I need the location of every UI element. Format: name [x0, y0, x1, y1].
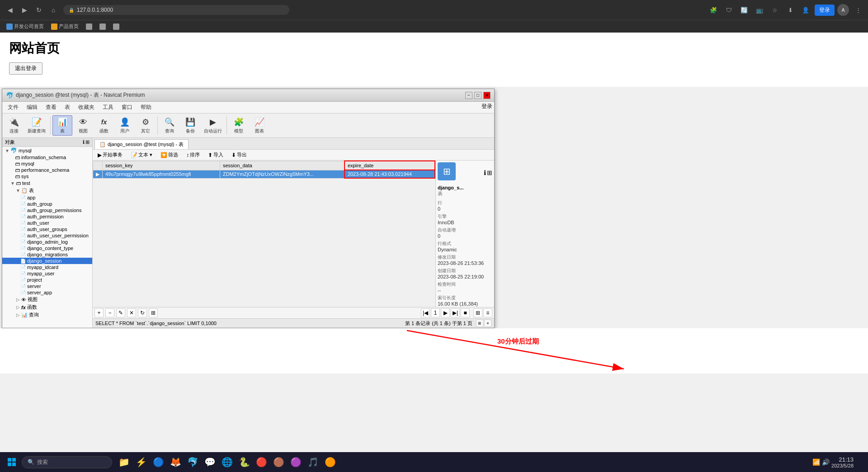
status-view-btn-1[interactable]: ⊞ [476, 320, 483, 327]
menu-help[interactable]: 帮助 [137, 103, 155, 112]
logout-button[interactable]: 退出登录 [9, 62, 42, 75]
discard-btn[interactable]: ✕ [127, 308, 136, 317]
info-btn[interactable]: ℹ [484, 169, 486, 176]
refresh-btn[interactable]: ↻ [138, 308, 147, 317]
menu-window[interactable]: 窗口 [118, 103, 136, 112]
menu-view[interactable]: 查看 [42, 103, 60, 112]
address-bar[interactable]: 🔒 127.0.0.1:8000 [63, 5, 289, 15]
toolbar-backup[interactable]: 💾 备份 [180, 116, 200, 135]
grid-view-btn[interactable]: ⊞ [487, 169, 492, 176]
cast-button[interactable]: 📺 [753, 4, 766, 16]
menu-tools[interactable]: 工具 [99, 103, 117, 112]
sort-btn[interactable]: ↕ 排序 [183, 151, 203, 159]
start-transaction-btn[interactable]: ▶ 开始事务 [94, 151, 126, 159]
info-btn[interactable]: ℹ [83, 139, 85, 145]
bookmark-item[interactable] [110, 23, 122, 31]
settings-button[interactable]: ⋮ [852, 4, 864, 16]
text-view-btn[interactable]: 📝 文本 ▾ [127, 151, 156, 159]
sidebar-tables-group[interactable]: ▼ 📋 表 [2, 187, 92, 194]
toolbar-new-query[interactable]: 📝 新建查询 [25, 116, 48, 135]
sidebar-table-django-session[interactable]: 📄 django_session [2, 258, 92, 264]
edit-row-btn[interactable]: ✎ [116, 308, 125, 317]
sidebar-table-auth-user-user-perm[interactable]: 📄 auth_user_user_permission [2, 232, 92, 239]
close-button[interactable]: ✕ [483, 92, 491, 99]
sidebar-table-auth-group[interactable]: 📄 auth_group [2, 201, 92, 207]
refresh-button[interactable]: ↻ [33, 4, 45, 16]
shield-button[interactable]: 🛡 [722, 4, 735, 16]
sidebar-sys[interactable]: 🗃 sys [2, 173, 92, 179]
menu-edit[interactable]: 编辑 [23, 103, 41, 112]
minimize-button[interactable]: − [465, 92, 472, 99]
sidebar-table-django-content-type[interactable]: 📄 django_content_type [2, 245, 92, 251]
menu-file[interactable]: 文件 [4, 103, 22, 112]
export-btn[interactable]: ⬇ 导出 [228, 151, 250, 159]
bookmark-item[interactable]: 产品首页 [48, 22, 81, 31]
toolbar-connect[interactable]: 🔌 连接 [4, 116, 24, 135]
bookmark-item[interactable]: 开发公司首页 [4, 22, 47, 31]
bookmark-item[interactable] [83, 23, 95, 31]
sidebar-views-group[interactable]: ▷ 👁 视图 [2, 296, 92, 303]
extensions-button[interactable]: 🧩 [707, 4, 720, 16]
toolbar-autorun[interactable]: ▶ 自动运行 [201, 116, 225, 135]
status-view-btn-2[interactable]: ≡ [484, 320, 491, 327]
sidebar-table-django-admin-log[interactable]: 📄 django_admin_log [2, 239, 92, 245]
download-button[interactable]: ⬇ [784, 4, 797, 16]
sidebar-performance-schema[interactable]: 🗃 performance_schema [2, 167, 92, 173]
bookmark-item[interactable] [97, 23, 108, 31]
add-row-btn[interactable]: + [94, 308, 104, 317]
browser-login-button[interactable]: 登录 [815, 5, 835, 16]
toolbar-other[interactable]: ⚙ 其它 [136, 116, 156, 135]
sidebar-information-schema[interactable]: 🗃 information_schema [2, 154, 92, 160]
grid-btn[interactable]: ⊞ [85, 139, 90, 145]
forward-button[interactable]: ▶ [18, 4, 31, 16]
page-num-btn[interactable]: 1 [431, 308, 440, 317]
delete-row-btn[interactable]: − [105, 308, 114, 317]
sidebar-table-auth-user[interactable]: 📄 auth_user [2, 220, 92, 226]
back-button[interactable]: ◀ [4, 4, 16, 16]
profile-button[interactable]: 👤 [799, 4, 812, 16]
sidebar-queries-group[interactable]: ▷ 📊 查询 [2, 311, 92, 319]
first-page-btn[interactable]: |◀ [421, 308, 430, 317]
sidebar-table-server-app[interactable]: 📄 server_app [2, 289, 92, 296]
view-toggle-btn-2[interactable]: ≡ [483, 308, 492, 317]
stop-btn[interactable]: ■ [461, 308, 470, 317]
navicat-login-btn[interactable]: 登录 [481, 103, 492, 112]
expire-date-cell[interactable]: 2023-08-28 21:43:03.021944 [344, 170, 435, 178]
sidebar-table-auth-user-groups[interactable]: 📄 auth_user_groups [2, 226, 92, 232]
maximize-button[interactable]: □ [474, 92, 481, 99]
toolbar-model[interactable]: 🧩 模型 [229, 116, 249, 135]
sidebar-item-mysql-root[interactable]: ▼ 🐬 mysql [2, 147, 92, 154]
sidebar-table-app[interactable]: 📄 app [2, 194, 92, 201]
toolbar-user[interactable]: 👤 用户 [115, 116, 135, 135]
navicat-table-scroll[interactable]: session_key session_data expire_date ▶ 4… [93, 160, 435, 307]
toolbar-function[interactable]: fx 函数 [94, 116, 114, 135]
menu-favorites[interactable]: 收藏夹 [75, 103, 98, 112]
toolbar-table[interactable]: 📊 表 [52, 115, 72, 136]
last-page-btn[interactable]: ▶| [451, 308, 460, 317]
sidebar-table-server[interactable]: 📄 server [2, 283, 92, 289]
sidebar-mysql-db[interactable]: 🗃 mysql [2, 160, 92, 167]
sidebar-table-project[interactable]: 📄 project [2, 277, 92, 283]
home-button[interactable]: ⌂ [47, 4, 60, 16]
session-key-cell[interactable]: 49u7prmqgy7u9lwk85ppfmmt0255mgfi [103, 170, 220, 178]
sidebar-functions-group[interactable]: ▷ fx 函数 [2, 303, 92, 311]
import-btn[interactable]: ⬆ 导入 [205, 151, 226, 159]
sidebar-table-myapp-user[interactable]: 📄 myapp_user [2, 270, 92, 277]
sidebar-table-auth-group-perm[interactable]: 📄 auth_group_permissions [2, 207, 92, 213]
view-toggle-btn-1[interactable]: ⊞ [473, 308, 482, 317]
toolbar-query[interactable]: 🔍 查询 [160, 116, 179, 135]
sync-button[interactable]: 🔄 [738, 4, 750, 16]
menu-table[interactable]: 表 [61, 103, 74, 112]
grid-btn[interactable]: ⊞ [149, 308, 158, 317]
tab-django-session[interactable]: 📋 django_session @test (mysql) - 表 [94, 139, 189, 149]
sidebar-test-db[interactable]: ▼ 🗃 test [2, 179, 92, 187]
bookmark-button[interactable]: ☆ [769, 4, 781, 16]
sidebar-table-myapp-idcard[interactable]: 📄 myapp_idcard [2, 264, 92, 270]
sidebar-table-django-migrations[interactable]: 📄 django_migrations [2, 251, 92, 258]
next-page-btn[interactable]: ▶ [441, 308, 450, 317]
sidebar-table-auth-perm[interactable]: 📄 auth_permission [2, 213, 92, 220]
table-row[interactable]: ▶ 49u7prmqgy7u9lwk85ppfmmt0255mgfi ZDM2Y… [93, 170, 435, 178]
toolbar-chart[interactable]: 📈 图表 [250, 116, 269, 135]
session-data-cell[interactable]: ZDM2YmZjOTdjNzUxOWZlNzg5MmY3... [220, 170, 344, 178]
toolbar-view[interactable]: 👁 视图 [73, 116, 93, 135]
